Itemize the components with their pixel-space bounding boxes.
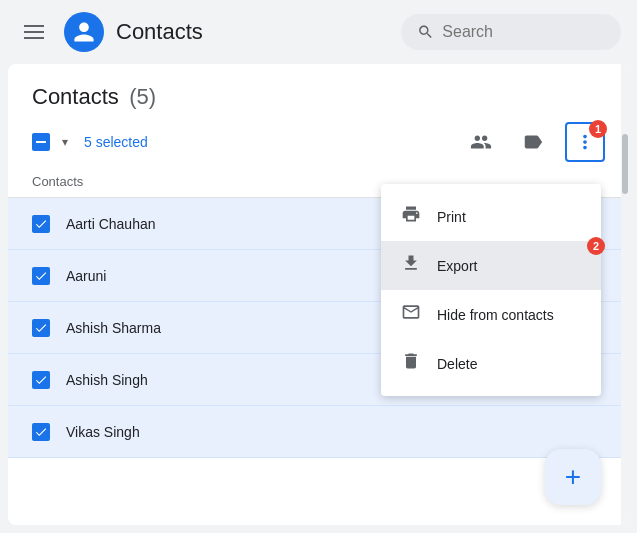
menu-item-hide[interactable]: Hide from contacts <box>381 290 601 339</box>
delete-label: Delete <box>437 356 477 372</box>
contact-checkbox[interactable] <box>32 215 50 233</box>
contact-name: Ashish Singh <box>66 372 148 388</box>
badge-2: 2 <box>587 237 605 255</box>
contact-checkbox[interactable] <box>32 423 50 441</box>
hide-label: Hide from contacts <box>437 307 554 323</box>
page-title: Contacts <box>32 84 119 109</box>
contact-name: Vikas Singh <box>66 424 140 440</box>
contact-name: Aarti Chauhan <box>66 216 156 232</box>
search-bar[interactable] <box>401 14 621 50</box>
avatar-icon <box>64 12 104 52</box>
selected-count-label: 5 selected <box>84 134 148 150</box>
contact-checkbox[interactable] <box>32 319 50 337</box>
delete-icon <box>401 351 421 376</box>
add-contact-fab[interactable]: + <box>545 449 601 505</box>
menu-item-print[interactable]: Print <box>381 192 601 241</box>
contact-row[interactable]: Vikas Singh <box>8 406 629 458</box>
merge-contacts-button[interactable] <box>461 122 501 162</box>
main-content: Contacts (5) ▾ 5 selected 1 <box>8 64 629 525</box>
dropdown-arrow[interactable]: ▾ <box>62 135 68 149</box>
app-title: Contacts <box>116 19 203 45</box>
more-options-button[interactable]: 1 <box>565 122 605 162</box>
export-icon <box>401 253 421 278</box>
search-input[interactable] <box>442 23 605 41</box>
indeterminate-checkbox <box>32 133 50 151</box>
dropdown-menu: Print 2 Export Hide from contacts <box>381 184 601 396</box>
topbar: Contacts <box>0 0 637 64</box>
search-icon <box>417 22 434 42</box>
export-label: Export <box>437 258 477 274</box>
scrollbar-thumb <box>622 134 628 194</box>
menu-item-delete[interactable]: Delete <box>381 339 601 388</box>
menu-item-export[interactable]: 2 Export <box>381 241 601 290</box>
contact-checkbox[interactable] <box>32 371 50 389</box>
contact-checkbox[interactable] <box>32 267 50 285</box>
hide-icon <box>401 302 421 327</box>
hamburger-menu[interactable] <box>16 17 52 47</box>
contacts-count: (5) <box>129 84 156 109</box>
toolbar: ▾ 5 selected 1 <box>8 118 629 166</box>
print-icon <box>401 204 421 229</box>
select-all-button[interactable] <box>32 133 50 151</box>
print-label: Print <box>437 209 466 225</box>
badge-1: 1 <box>589 120 607 138</box>
contact-name: Aaruni <box>66 268 106 284</box>
page-header: Contacts (5) <box>8 64 629 118</box>
scrollbar[interactable] <box>621 64 629 525</box>
label-button[interactable] <box>513 122 553 162</box>
contact-name: Ashish Sharma <box>66 320 161 336</box>
